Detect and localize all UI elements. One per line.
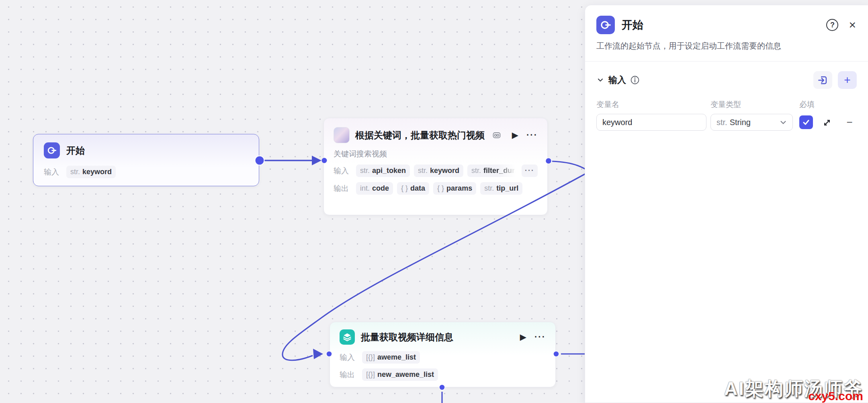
node-more-button[interactable]: ···	[534, 332, 546, 342]
remove-variable-button[interactable]: −	[844, 117, 855, 127]
close-icon[interactable]: ×	[849, 19, 856, 31]
param-tag: str. tip_url	[480, 182, 522, 195]
variable-type-select[interactable]: str. String	[710, 114, 793, 131]
node-title: 根据关键词，批量获取热门视频	[355, 129, 485, 142]
column-header-variable-name: 变量名	[596, 99, 619, 110]
column-header-variable-type: 变量类型	[710, 99, 741, 110]
input-row-label: 输入	[340, 352, 358, 363]
node-config-panel: 开始 ? × 工作流的起始节点，用于设定启动工作流需要的信息 输入	[585, 5, 868, 403]
param-tag: str. filter_duration	[467, 164, 518, 177]
port-plugin-output[interactable]	[546, 158, 552, 164]
import-icon	[817, 75, 828, 86]
output-row-label: 输出	[334, 183, 352, 194]
input-row-label: 输入	[44, 167, 62, 177]
param-tag: str. keyword	[66, 166, 116, 178]
info-icon	[630, 75, 640, 85]
port-batch-output[interactable]	[553, 351, 559, 357]
more-params-chip[interactable]: ···	[522, 164, 538, 177]
param-tag: [{}] new_aweme_list	[362, 368, 438, 381]
port-plugin-input[interactable]	[322, 158, 327, 163]
output-row-label: 输出	[340, 370, 358, 380]
column-header-required: 必填	[799, 99, 815, 110]
param-tag: str. api_token	[356, 164, 410, 177]
required-checkbox[interactable]	[799, 115, 813, 129]
run-node-button[interactable]: ▶	[520, 332, 526, 342]
panel-description: 工作流的起始节点，用于设定启动工作流需要的信息	[585, 34, 868, 51]
param-tag: [{}] aweme_list	[362, 351, 420, 364]
start-icon	[596, 16, 615, 34]
edge-arrowhead	[312, 156, 321, 165]
variable-name-input[interactable]	[596, 114, 706, 131]
port-batch-input[interactable]	[326, 351, 332, 357]
node-batch-video-detail[interactable]: 批量获取视频详细信息 ▶ ··· 输入 [{}] aweme_list 输出 […	[330, 322, 556, 387]
expand-icon[interactable]	[821, 117, 833, 128]
watermark: AI架构师汤师爷 cxy5.com	[724, 376, 863, 401]
section-title-input: 输入	[608, 74, 626, 86]
workflow-canvas[interactable]: 开始 输入 str. keyword 根据关键词，批量获取热门视频 ▶	[0, 0, 868, 403]
import-variable-button[interactable]	[813, 71, 832, 89]
param-tag: { } params	[433, 182, 476, 195]
node-title: 批量获取视频详细信息	[361, 331, 453, 343]
param-tag: str. keyword	[414, 164, 463, 177]
start-icon	[44, 142, 60, 158]
run-node-button[interactable]: ▶	[512, 130, 518, 140]
batch-layers-icon	[340, 329, 355, 345]
plugin-badge-icon	[492, 130, 502, 140]
plugin-avatar	[334, 127, 350, 143]
port-start-output[interactable]	[255, 156, 264, 165]
node-title: 开始	[66, 144, 85, 157]
variable-row: str. String	[596, 114, 857, 132]
input-row-label: 输入	[334, 166, 352, 176]
chevron-down-icon	[779, 118, 788, 127]
port-batch-bottom[interactable]	[439, 384, 445, 390]
node-plugin-search-video[interactable]: 根据关键词，批量获取热门视频 ▶ ··· 关键词搜索视频 输入 str. api…	[323, 118, 548, 215]
add-variable-button[interactable]: +	[838, 71, 857, 89]
param-tag: int. code	[356, 182, 393, 195]
edge-arrowhead	[313, 349, 323, 359]
plus-icon: +	[844, 74, 850, 86]
panel-title: 开始	[622, 18, 643, 32]
node-more-button[interactable]: ···	[526, 130, 538, 140]
node-subtitle: 关键词搜索视频	[334, 149, 538, 159]
chevron-down-icon[interactable]	[596, 76, 604, 84]
node-start[interactable]: 开始 输入 str. keyword	[33, 134, 259, 186]
param-tag: { } data	[397, 182, 429, 195]
check-icon	[801, 117, 811, 127]
help-icon[interactable]: ?	[826, 19, 838, 31]
watermark-site: cxy5.com	[808, 389, 863, 403]
